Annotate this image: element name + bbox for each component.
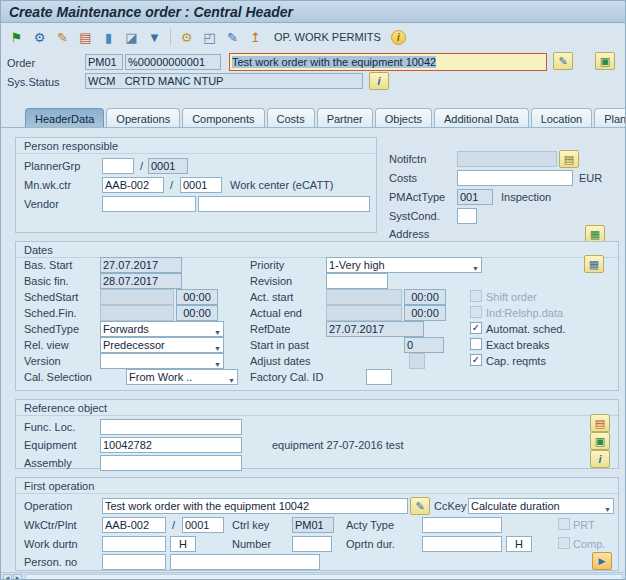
revision-field[interactable]: [326, 273, 388, 289]
scroll-left-icon[interactable]: ◄: [3, 574, 12, 580]
notification-field[interactable]: [457, 151, 557, 167]
equipment-label: Equipment: [24, 439, 77, 451]
tab-components[interactable]: Components: [182, 108, 264, 128]
pm-act-type-field[interactable]: 001: [457, 189, 493, 205]
acty-type-field[interactable]: [422, 517, 502, 533]
planner-grp-field[interactable]: [102, 158, 134, 174]
actual-end-time-field[interactable]: 00:00: [404, 305, 446, 321]
ind-relshp-checkbox[interactable]: [470, 306, 482, 318]
ref-date-field[interactable]: 27.07.2017: [326, 321, 424, 337]
create-note-icon[interactable]: ▤: [559, 150, 579, 168]
capacity-icon[interactable]: ▶: [592, 552, 612, 570]
structure-icon[interactable]: ▣: [590, 432, 610, 450]
exact-breaks-label: Exact breaks: [486, 339, 550, 351]
detail-window-icon[interactable]: ◰: [199, 27, 220, 47]
costs-field[interactable]: [457, 170, 573, 186]
main-work-ctr-plant-field[interactable]: 0001: [180, 177, 222, 193]
work-center-description: Work center (eCATT): [230, 179, 334, 191]
cap-reqmts-checkbox[interactable]: ✓: [470, 354, 482, 366]
object-list-icon[interactable]: ▤: [75, 27, 96, 47]
order-settings-icon[interactable]: ⚙: [29, 27, 50, 47]
person-name-field[interactable]: [170, 554, 320, 570]
oprtn-dur-unit-field[interactable]: H: [506, 536, 532, 552]
prt-checkbox[interactable]: [558, 518, 570, 530]
act-start-time-field[interactable]: 00:00: [404, 289, 446, 305]
order-short-text-field[interactable]: Test work order with the equipment 10042: [229, 53, 547, 71]
priority-dropdown[interactable]: 1-Very high: [326, 257, 482, 273]
operation-field[interactable]: Test work order with the equipment 10042: [102, 498, 408, 514]
sched-type-dropdown[interactable]: Forwards: [100, 321, 224, 337]
tab-partner[interactable]: Partner: [317, 108, 373, 128]
graphic-icon[interactable]: ▼: [144, 27, 165, 47]
wkctr-field[interactable]: AAB-002: [102, 517, 166, 533]
release-flag-icon[interactable]: ⚑: [6, 27, 27, 47]
number-field[interactable]: [292, 536, 332, 552]
relationships-icon[interactable]: ◪: [121, 27, 142, 47]
main-work-ctr-field[interactable]: AAB-002: [102, 177, 164, 193]
long-text-icon[interactable]: ✎: [553, 52, 573, 70]
bas-start-field[interactable]: 27.07.2017: [100, 257, 182, 273]
tab-costs[interactable]: Costs: [267, 108, 315, 128]
order-type-field[interactable]: PM01: [85, 54, 123, 70]
tab-planning[interactable]: Planning: [594, 108, 626, 128]
person-no-field[interactable]: [102, 554, 166, 570]
rel-view-dropdown[interactable]: Predecessor: [100, 337, 224, 353]
tab-additional-data[interactable]: Additional Data: [434, 108, 529, 128]
basic-fin-field[interactable]: 28.07.2017: [100, 273, 182, 289]
cal-selection-dropdown[interactable]: From Work ..: [126, 369, 238, 385]
operation-long-text-icon[interactable]: ✎: [410, 497, 430, 515]
comp-checkbox[interactable]: [558, 537, 570, 549]
act-start-field[interactable]: [326, 289, 402, 305]
extras-gear-icon[interactable]: ⚙: [176, 27, 197, 47]
factory-cal-field[interactable]: [366, 369, 392, 385]
func-loc-field[interactable]: [100, 419, 242, 435]
planner-grp-plant-field[interactable]: 0001: [148, 158, 188, 174]
horizontal-scrollbar[interactable]: ◄ ►: [1, 572, 625, 580]
vendor-description-field[interactable]: [198, 196, 370, 212]
ctrl-key-field[interactable]: PM01: [292, 517, 334, 533]
wkctr-plnt-label: WkCtr/Plnt: [24, 519, 77, 531]
display-range-icon[interactable]: ▮: [98, 27, 119, 47]
plnt-field[interactable]: 0001: [182, 517, 224, 533]
sched-fin-time-field[interactable]: 00:00: [176, 305, 218, 321]
costs-label: Costs: [389, 172, 417, 184]
tab-objects[interactable]: Objects: [375, 108, 432, 128]
oprtn-dur-field[interactable]: [422, 536, 502, 552]
tab-operations[interactable]: Operations: [106, 108, 180, 128]
equipment-field[interactable]: 10042782: [100, 437, 242, 453]
order-number-field[interactable]: %00000000001: [125, 54, 221, 70]
tab-headerdata[interactable]: HeaderData: [25, 108, 104, 128]
automat-sched-checkbox[interactable]: ✓: [470, 322, 482, 334]
op-work-permits-button[interactable]: OP. WORK PERMITS: [274, 31, 381, 43]
change-layout-icon[interactable]: ▣: [595, 52, 615, 70]
vendor-field[interactable]: [102, 196, 196, 212]
sched-fin-field[interactable]: [100, 305, 174, 321]
assembly-field[interactable]: [100, 455, 242, 471]
status-info-icon[interactable]: i: [369, 72, 389, 90]
object-info-icon[interactable]: i: [590, 450, 610, 468]
partner-pencil-icon[interactable]: ✎: [222, 27, 243, 47]
tab-location[interactable]: Location: [531, 108, 593, 128]
calendar-icon[interactable]: ▦: [584, 255, 604, 273]
order-label: Order: [7, 57, 35, 69]
hierarchy-icon[interactable]: ▤: [590, 414, 610, 432]
start-in-past-field[interactable]: 0: [404, 337, 444, 353]
syst-cond-field[interactable]: [457, 208, 477, 224]
adjust-dates-field[interactable]: [409, 353, 425, 369]
measurement-pencil-icon[interactable]: ✎: [52, 27, 73, 47]
sched-start-field[interactable]: [100, 289, 174, 305]
version-dropdown[interactable]: [100, 353, 224, 369]
cckey-dropdown[interactable]: Calculate duration: [468, 498, 614, 514]
export-icon[interactable]: ↥: [245, 27, 266, 47]
prt-label: PRT: [573, 519, 595, 531]
exact-breaks-checkbox[interactable]: [470, 338, 482, 350]
work-durtn-unit-field[interactable]: H: [170, 536, 196, 552]
scroll-right-icon[interactable]: ►: [13, 574, 22, 580]
work-durtn-field[interactable]: [102, 536, 166, 552]
actual-end-field[interactable]: [326, 305, 402, 321]
cckey-label: CcKey: [434, 500, 466, 512]
shift-order-checkbox[interactable]: [470, 290, 482, 302]
sched-start-time-field[interactable]: 00:00: [176, 289, 218, 305]
scrollbar-track[interactable]: [25, 574, 623, 580]
info-circle-icon[interactable]: i: [391, 30, 406, 45]
